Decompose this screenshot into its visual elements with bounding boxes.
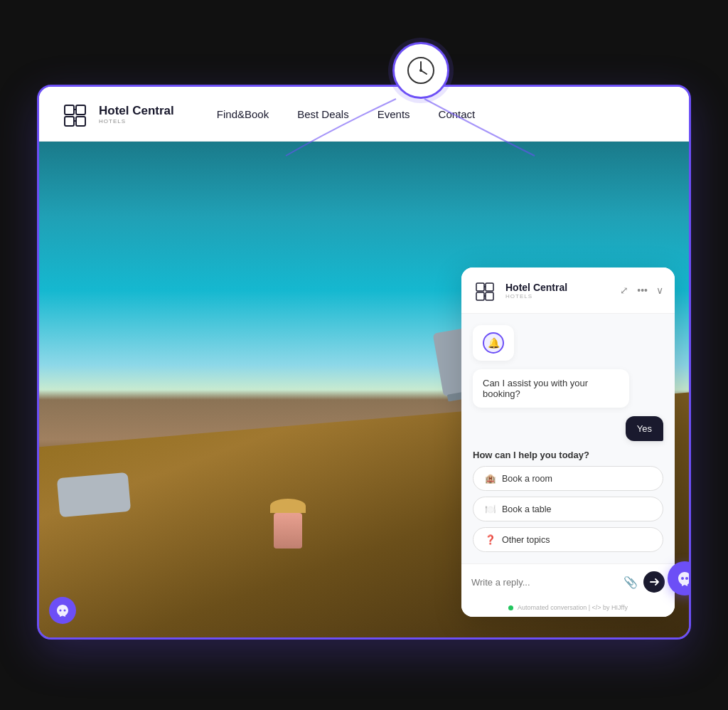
main-scene: Hotel Central HOTELS Find&Book Best Deal…: [37, 42, 691, 668]
logo-text: Hotel Central: [99, 104, 174, 118]
chat-title: Hotel Central: [505, 282, 613, 293]
bot-message-1: Can I assist you with your booking?: [473, 369, 629, 408]
send-button[interactable]: [643, 571, 665, 593]
nav-contact[interactable]: Contact: [439, 108, 476, 120]
chat-header-actions: ⤢ ••• ∨: [620, 285, 663, 296]
logo-subtitle: HOTELS: [99, 118, 174, 124]
other-topics-emoji: ❓: [485, 534, 496, 545]
hat: [270, 499, 306, 513]
chat-widget: Hotel Central HOTELS ⤢ ••• ∨ 🔔: [461, 267, 675, 617]
option-other-topics[interactable]: ❓ Other topics: [473, 527, 663, 552]
attachment-icon[interactable]: 📎: [623, 576, 638, 589]
help-section: How can I help you today? 🏨 Book a room …: [473, 450, 663, 552]
user-message-1: Yes: [626, 416, 663, 441]
option-book-room[interactable]: 🏨 Book a room: [473, 466, 663, 491]
nav-links: Find&Book Best Deals Events Contact: [217, 108, 475, 120]
footer-status: Automated conversation: [518, 604, 587, 611]
svg-point-21: [685, 577, 688, 580]
browser-window: Hotel Central HOTELS Find&Book Best Deal…: [37, 85, 691, 640]
svg-point-3: [419, 69, 422, 72]
footer-powered: | </> by HIJffy: [589, 604, 628, 611]
bell-icon: 🔔: [483, 332, 504, 354]
nav-find-book[interactable]: Find&Book: [217, 108, 269, 120]
person-with-hat: [267, 499, 309, 549]
chat-reply-input[interactable]: [471, 577, 618, 588]
clock-bubble: [392, 42, 449, 99]
nav-best-deals[interactable]: Best Deals: [297, 108, 349, 120]
hiffy-bot-icon-left[interactable]: [49, 597, 76, 624]
chat-subtitle: HOTELS: [505, 293, 613, 300]
option-book-table[interactable]: 🍽️ Book a table: [473, 497, 663, 521]
chat-input-area: 📎: [461, 563, 675, 600]
hero-image: Hotel Central HOTELS ⤢ ••• ∨ 🔔: [39, 142, 689, 638]
expand-icon[interactable]: ⤢: [620, 285, 628, 296]
status-dot: [508, 605, 513, 610]
browser-nav: Hotel Central HOTELS Find&Book Best Deal…: [39, 87, 689, 142]
left-lounger: [57, 472, 131, 517]
svg-point-11: [60, 610, 62, 612]
book-table-label: Book a table: [502, 504, 552, 514]
svg-point-20: [681, 577, 684, 580]
hotel-logo: Hotel Central HOTELS: [60, 98, 174, 129]
chat-title-area: Hotel Central HOTELS: [505, 282, 613, 300]
help-title: How can I help you today?: [473, 450, 663, 460]
person-body: [274, 513, 302, 549]
nav-events[interactable]: Events: [378, 108, 410, 120]
notification-bubble: 🔔: [473, 325, 514, 361]
svg-point-12: [64, 610, 66, 612]
book-room-emoji: 🏨: [485, 473, 496, 484]
other-topics-label: Other topics: [502, 535, 550, 545]
book-room-label: Book a room: [502, 474, 552, 484]
more-icon[interactable]: •••: [637, 285, 648, 296]
collapse-icon[interactable]: ∨: [656, 285, 663, 296]
chat-body: 🔔 Can I assist you with your booking? Ye…: [461, 314, 675, 563]
chat-footer: Automated conversation | </> by HIJffy: [461, 600, 675, 617]
book-table-emoji: 🍽️: [485, 504, 496, 514]
chat-header: Hotel Central HOTELS ⤢ ••• ∨: [461, 267, 675, 314]
